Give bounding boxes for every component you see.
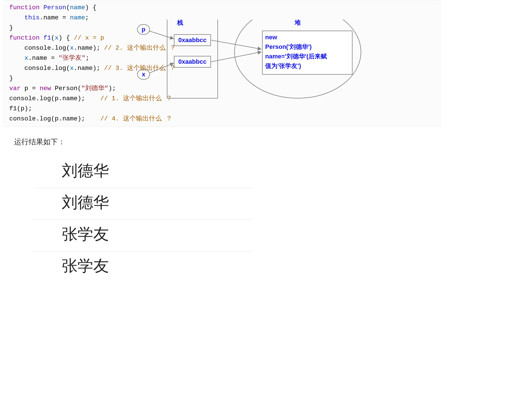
- code-text: .name =: [40, 14, 70, 21]
- kw-new: new: [40, 85, 51, 92]
- brace: {: [89, 4, 97, 11]
- results-list: 刘德华 刘德华 张学友 张学友: [34, 156, 253, 283]
- cmt1: // 1. 这个输出什么 ？: [100, 95, 172, 102]
- semi: ;: [85, 14, 89, 21]
- dot-name1: .name);: [74, 44, 101, 52]
- semi2: ;: [86, 54, 90, 62]
- code-block: function Person(name) { this.name = name…: [3, 0, 440, 127]
- fn-f1: f1: [44, 34, 51, 42]
- cmt4: // 4. 这个输出什么 ？: [100, 115, 172, 122]
- kw-function2: function: [9, 34, 40, 42]
- x-ref2: x: [24, 54, 28, 62]
- brace-close: }: [9, 24, 13, 31]
- dot-name3: .name);: [59, 95, 85, 102]
- cmt-assign: // x = p: [74, 34, 104, 42]
- result-line: 张学友: [34, 220, 253, 252]
- cmt3: // 3. 这个输出什么 ？: [104, 65, 176, 72]
- console1: console.log(: [24, 44, 70, 52]
- kw-function: function: [9, 4, 40, 11]
- kw-this: this: [24, 14, 40, 21]
- eq-new: =: [28, 85, 40, 92]
- person-call: Person(: [55, 85, 81, 92]
- close1: );: [108, 85, 116, 92]
- dot-name4: .name);: [59, 115, 85, 122]
- p-var: p: [24, 85, 28, 92]
- result-line: 刘德华: [34, 188, 253, 220]
- x-ref1: x: [70, 44, 74, 52]
- console2: console.log(: [24, 65, 70, 72]
- brace2: {: [62, 34, 70, 42]
- console3: console.log(: [9, 95, 55, 102]
- eq: =: [47, 54, 59, 62]
- str-zxy: "张学友": [59, 54, 86, 62]
- brace-close2: }: [9, 75, 13, 82]
- dot-name2: .name);: [74, 65, 101, 72]
- result-line: 张学友: [34, 252, 253, 283]
- str-ldh: "刘德华": [81, 85, 108, 92]
- param-x: x: [55, 34, 59, 42]
- x-ref3: x: [70, 65, 74, 72]
- cmt2: // 2. 这个输出什么 ？: [104, 44, 176, 52]
- param-name: name: [70, 4, 85, 11]
- result-line: 刘德华: [34, 156, 253, 188]
- fn-person: Person: [44, 4, 66, 11]
- console4: console.log(: [9, 115, 55, 122]
- kw-var: var: [9, 85, 21, 92]
- f1-call: f1(p);: [9, 105, 32, 112]
- result-label: 运行结果如下：: [14, 137, 444, 147]
- name-ref: name: [70, 14, 85, 21]
